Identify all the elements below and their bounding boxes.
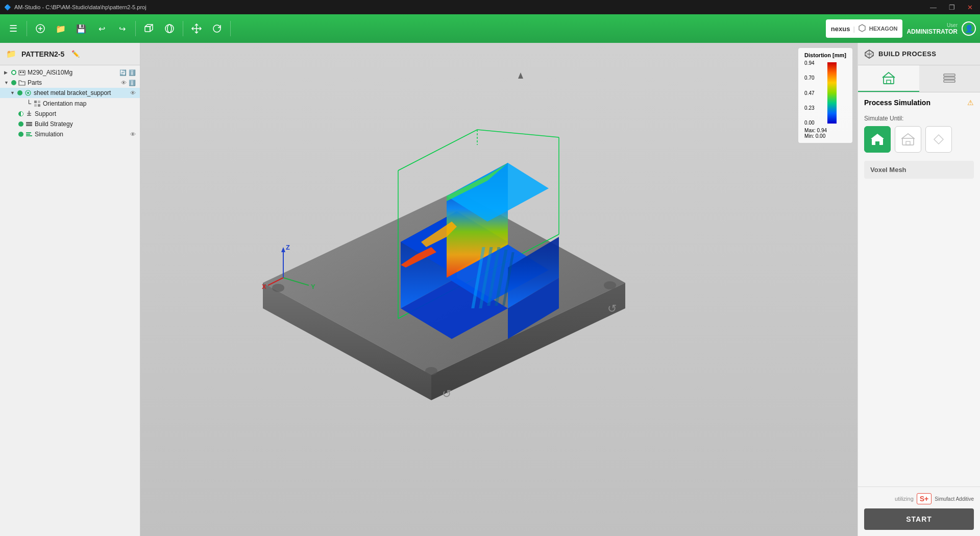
corner-detail [272, 284, 284, 292]
part-icon [24, 89, 32, 96]
color-gradient-bar [827, 62, 837, 124]
tree-item-machine[interactable]: ▶ M290_AlSi10Mg 🔄 ℹ️ [0, 67, 140, 78]
new-button[interactable] [31, 19, 50, 38]
svg-point-8 [167, 25, 172, 33]
eye-icon[interactable]: 👁 [130, 90, 136, 96]
sync-icon[interactable]: 🔄 [119, 69, 127, 76]
menu-button[interactable]: ☰ [4, 19, 22, 38]
sidebar: 📁 PATTERN2-5 ✏️ ▶ M290_AlSi10Mg 🔄 ℹ️ ▼ [0, 43, 140, 536]
maximize-button[interactable]: ❐ [946, 3, 958, 12]
svg-rect-26 [26, 124, 32, 125]
parts-label: Parts [28, 79, 119, 86]
simulate-until-buttons [864, 126, 974, 153]
tab-layers[interactable] [919, 65, 981, 92]
status-dot [11, 70, 16, 75]
titlebar-controls[interactable]: — ❐ ✕ [927, 3, 976, 12]
tree-item-support[interactable]: Support [0, 109, 140, 119]
start-button[interactable]: START [864, 508, 974, 530]
tab2-icon [942, 71, 957, 85]
status-dot [18, 121, 23, 127]
simufact-splus: S+ [920, 495, 929, 503]
sidebar-header: 📁 PATTERN2-5 ✏️ [0, 43, 140, 65]
bar-max-label: Max: 0.94 [804, 128, 846, 133]
svg-rect-27 [26, 122, 32, 123]
svg-rect-13 [19, 70, 25, 75]
user-avatar[interactable]: 👤 [962, 21, 976, 36]
utilizing-text: utilizing [895, 496, 914, 502]
rotate-icon [211, 23, 223, 34]
status-dot [18, 111, 23, 116]
expand-icon: ▼ [10, 90, 15, 95]
svg-marker-12 [859, 25, 865, 32]
svg-rect-50 [875, 141, 879, 145]
simulate-btn-1[interactable] [864, 126, 891, 153]
open-button[interactable]: 📁 [52, 19, 70, 38]
tree-item-orientation[interactable]: └ Orientation map [0, 98, 140, 109]
svg-rect-29 [26, 134, 30, 135]
minimize-button[interactable]: — [927, 3, 940, 12]
tree-item-simulation[interactable]: Simulation 👁 [0, 129, 140, 139]
build-strategy-label: Build Strategy [35, 120, 136, 128]
tree-item-build-strategy[interactable]: Build Strategy [0, 119, 140, 129]
info-icon[interactable]: ℹ️ [129, 80, 136, 86]
simulate-btn-3[interactable] [925, 126, 952, 153]
status-dot [17, 90, 22, 95]
tab-build-process[interactable] [858, 65, 919, 92]
arrow-bottom[interactable]: ↺ [442, 387, 451, 400]
sphere-button[interactable] [160, 19, 179, 38]
simulate-btn-2[interactable] [895, 126, 921, 153]
svg-rect-52 [906, 141, 910, 145]
move-button[interactable] [187, 19, 206, 38]
save-button[interactable]: 💾 [72, 19, 90, 38]
undo-button[interactable]: ↩ [92, 19, 111, 38]
eye-icon[interactable]: 👁 [130, 131, 136, 137]
3d-scene: ↺ ↺ [140, 43, 857, 536]
redo-button[interactable]: ↪ [113, 19, 131, 38]
bar-min-label: Min: 0.00 [804, 133, 846, 139]
svg-rect-30 [26, 132, 31, 133]
orientation-label: Orientation map [43, 100, 136, 107]
toolbar-separator-1 [27, 21, 27, 36]
eye-icon[interactable]: 👁 [121, 80, 127, 86]
tree-item-part[interactable]: ▼ sheet metal bracket_support 👁 [0, 88, 140, 98]
connector-line: └ [27, 100, 32, 107]
svg-text:Z: Z [286, 243, 290, 251]
warning-icon: ⚠ [967, 99, 974, 107]
svg-rect-25 [26, 125, 32, 126]
app-icon: 🔷 [4, 4, 11, 11]
svg-rect-15 [22, 71, 24, 73]
edit-icon[interactable]: ✏️ [71, 50, 80, 58]
svg-point-11 [213, 25, 220, 32]
hexagon-logo [858, 24, 866, 34]
bar-value-3: 0.47 [804, 90, 814, 96]
new-icon [35, 23, 45, 34]
simulation-icon [26, 131, 33, 138]
user-label: User [947, 22, 958, 28]
support-icon [26, 110, 33, 117]
user-name: ADMINISTRATOR [906, 28, 958, 35]
right-panel: BUILD PROCESS [857, 43, 980, 536]
info-icon[interactable]: ℹ️ [129, 69, 136, 76]
build-process-icon [864, 49, 874, 59]
rotate-button[interactable] [208, 19, 226, 38]
user-area: User ADMINISTRATOR 👤 [906, 21, 976, 36]
close-button[interactable]: ✕ [964, 3, 976, 12]
svg-point-17 [27, 92, 29, 94]
svg-point-7 [165, 25, 174, 33]
folder-icon: 📁 [6, 49, 16, 59]
build-strategy-icon [26, 120, 33, 128]
cube-button[interactable] [140, 19, 158, 38]
tree-item-parts[interactable]: ▼ Parts 👁 ℹ️ [0, 78, 140, 88]
panel-tabs [858, 65, 980, 92]
status-dot [11, 80, 16, 85]
cube-icon [143, 23, 155, 34]
svg-rect-47 [944, 77, 955, 79]
simufact-logo: S+ [917, 493, 932, 504]
nexus-text: nexus [831, 25, 850, 33]
nexus-logo: nexus | HEXAGON [826, 19, 903, 38]
voxel-mesh-title: Voxel Mesh [870, 166, 906, 174]
svg-rect-18 [34, 101, 37, 103]
simufact-text: Simufact Additive [935, 496, 974, 502]
svg-rect-45 [887, 80, 891, 84]
arrow-right[interactable]: ↺ [607, 302, 617, 315]
